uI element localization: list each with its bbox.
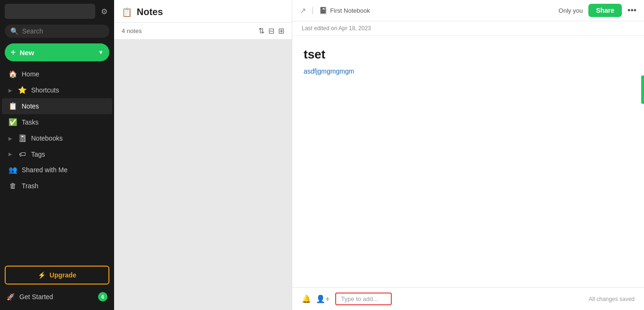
sidebar-item-label: Tasks	[22, 118, 39, 126]
last-edited: Last edited on Apr 18, 2023	[302, 25, 371, 32]
sidebar-item-label: Home	[22, 70, 39, 78]
get-started-label: Get Started	[19, 293, 53, 301]
upgrade-icon: ⚡	[38, 271, 46, 279]
notebook-icon: 📓	[319, 7, 327, 14]
notebooks-icon: 📓	[18, 134, 26, 142]
notes-count: 4 notes	[122, 27, 142, 34]
note-title[interactable]: tset	[304, 47, 633, 62]
person-add-icon[interactable]: 👤+	[316, 294, 330, 303]
sidebar-item-label: Shared with Me	[22, 166, 67, 174]
notes-icon: 📋	[8, 102, 17, 110]
sidebar-item-shortcuts[interactable]: ▶ ⭐ Shortcuts	[2, 82, 112, 98]
editor-footer: 🔔 👤+ Type to add... All changes saved	[292, 287, 644, 310]
new-button[interactable]: + New ▼	[5, 43, 109, 61]
home-icon: 🏠	[8, 70, 17, 78]
sidebar: ⚙ 🔍 Search + New ▼ 🏠 Home ▶ ⭐ Shortcuts …	[0, 0, 114, 310]
footer-icons: 🔔 👤+	[302, 294, 330, 303]
notebook-reference[interactable]: 📓 First Notebook	[319, 7, 370, 14]
chevron-right-icon: ▶	[8, 151, 12, 157]
sidebar-item-label: Shortcuts	[31, 86, 59, 94]
filter-icon[interactable]: ⊟	[268, 26, 274, 35]
notes-actions: ⇅ ⊟ ⊞	[258, 26, 284, 35]
star-icon: ⭐	[18, 86, 26, 94]
sidebar-item-tasks[interactable]: ✅ Tasks	[2, 114, 112, 130]
more-options-icon[interactable]: •••	[627, 6, 636, 16]
account-box[interactable]	[5, 4, 95, 19]
note-body[interactable]: asdfjgmgmgmgm	[304, 67, 633, 75]
plus-icon: +	[10, 47, 16, 58]
external-link-icon[interactable]: ↗	[300, 6, 306, 15]
sidebar-bottom: ⚡ Upgrade 🚀 Get Started 6	[0, 261, 114, 310]
notes-list[interactable]	[114, 40, 292, 310]
sharing-status: Only you	[559, 7, 583, 14]
topbar-right: Only you Share •••	[559, 4, 636, 17]
type-to-add-placeholder: Type to add...	[341, 295, 378, 302]
chevron-down-icon: ▼	[98, 49, 104, 56]
editor-topbar: ↗ | 📓 First Notebook Only you Share •••	[292, 0, 644, 21]
notes-header: 📋 Notes	[114, 0, 292, 23]
chevron-right-icon: ▶	[8, 88, 12, 93]
sidebar-item-trash[interactable]: 🗑 Trash	[2, 178, 112, 193]
sidebar-item-tags[interactable]: ▶ 🏷 Tags	[2, 146, 112, 162]
editor-panel: ↗ | 📓 First Notebook Only you Share ••• …	[292, 0, 644, 310]
new-button-label: New	[20, 49, 34, 57]
divider: |	[312, 6, 314, 15]
notes-panel: 📋 Notes 4 notes ⇅ ⊟ ⊞	[114, 0, 292, 310]
search-label: Search	[22, 27, 43, 35]
notebook-name: First Notebook	[330, 7, 370, 14]
tasks-icon: ✅	[8, 118, 17, 126]
sort-icon[interactable]: ⇅	[258, 26, 264, 35]
scroll-indicator	[641, 75, 644, 104]
search-bar[interactable]: 🔍 Search	[5, 25, 109, 38]
sidebar-item-label: Notes	[22, 102, 39, 110]
search-icon: 🔍	[10, 27, 18, 35]
share-button[interactable]: Share	[588, 4, 622, 17]
notes-toolbar: 4 notes ⇅ ⊟ ⊞	[114, 23, 292, 40]
sidebar-item-label: Tags	[31, 151, 45, 158]
notes-panel-icon: 📋	[122, 7, 132, 17]
nav-section: 🏠 Home ▶ ⭐ Shortcuts 📋 Notes ✅ Tasks ▶ 📓…	[0, 65, 114, 194]
tags-icon: 🏷	[18, 150, 26, 158]
sidebar-item-label: Trash	[22, 182, 38, 190]
sidebar-item-label: Notebooks	[31, 134, 63, 142]
sidebar-item-home[interactable]: 🏠 Home	[2, 66, 112, 82]
editor-content[interactable]: tset asdfjgmgmgmgm	[292, 36, 644, 287]
editor-meta: Last edited on Apr 18, 2023	[292, 21, 644, 36]
get-started-item[interactable]: 🚀 Get Started 6	[5, 288, 109, 305]
notes-panel-title: Notes	[137, 7, 284, 17]
chevron-right-icon: ▶	[8, 136, 12, 141]
type-to-add-input[interactable]: Type to add...	[335, 293, 392, 305]
upgrade-label: Upgrade	[50, 271, 76, 279]
rocket-icon: 🚀	[7, 293, 15, 301]
gear-icon[interactable]: ⚙	[99, 5, 109, 18]
editor-topbar-left: ↗ | 📓 First Notebook	[300, 6, 553, 15]
sidebar-item-shared-with-me[interactable]: 👥 Shared with Me	[2, 162, 112, 178]
view-toggle-icon[interactable]: ⊞	[278, 26, 284, 35]
alarm-icon[interactable]: 🔔	[302, 294, 311, 303]
upgrade-button[interactable]: ⚡ Upgrade	[5, 266, 109, 285]
sidebar-item-notes[interactable]: 📋 Notes	[2, 98, 112, 114]
get-started-badge: 6	[98, 292, 107, 302]
all-changes-saved: All changes saved	[589, 296, 635, 302]
shared-icon: 👥	[8, 166, 17, 174]
trash-icon: 🗑	[8, 182, 17, 190]
sidebar-top: ⚙	[0, 0, 114, 23]
sidebar-item-notebooks[interactable]: ▶ 📓 Notebooks	[2, 130, 112, 146]
